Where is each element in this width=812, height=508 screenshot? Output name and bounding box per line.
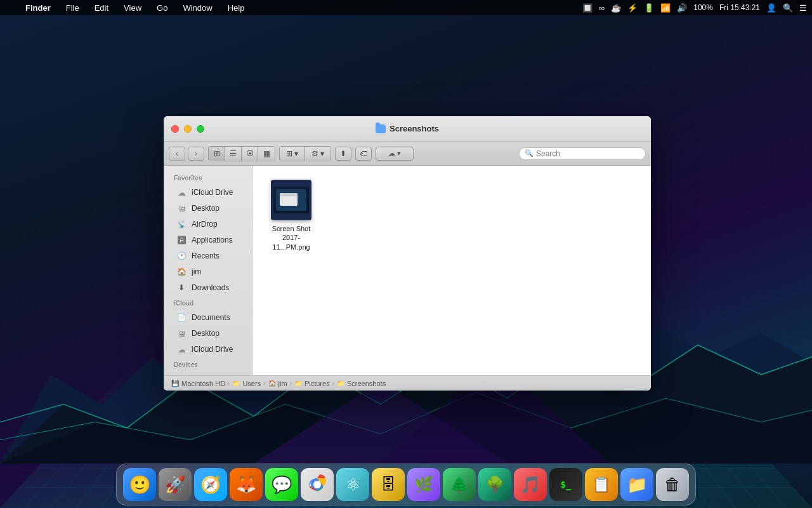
menu-go[interactable]: Go bbox=[154, 3, 170, 13]
menubar: Finder File Edit View Go Window Help 🔲 ∞… bbox=[0, 0, 812, 15]
dock-firefox-icon: 🦊 bbox=[236, 475, 256, 495]
dock-coppice[interactable]: 📋 bbox=[585, 468, 618, 501]
list-view-button[interactable]: ☰ bbox=[225, 147, 242, 161]
sidebar-item-icloud-desktop[interactable]: 🖥 Desktop bbox=[166, 326, 249, 341]
dock-music[interactable]: 🎵 bbox=[514, 468, 547, 501]
dock-atom-icon: ⚛ bbox=[346, 475, 360, 495]
icloud-drive-icon: ☁ bbox=[176, 187, 187, 197]
window-title: Screenshots bbox=[376, 124, 439, 133]
menubar-volume-icon[interactable]: 🔊 bbox=[677, 3, 687, 13]
menu-file[interactable]: File bbox=[63, 3, 82, 13]
menubar-battery-icon[interactable]: 🔋 bbox=[644, 3, 654, 13]
documents-icon: 📄 bbox=[176, 312, 187, 323]
icon-view-button[interactable]: ⊞ bbox=[209, 147, 225, 161]
dock-gitup[interactable]: 🌳 bbox=[478, 468, 511, 501]
gallery-view-button[interactable]: ▦ bbox=[258, 147, 275, 161]
maximize-button[interactable] bbox=[197, 125, 204, 133]
view-buttons: ⊞ ☰ ⦿ ▦ bbox=[208, 146, 275, 161]
breadcrumb-macintosh[interactable]: Macintosh HD bbox=[181, 380, 225, 387]
menubar-battery-percent: 100% bbox=[693, 3, 713, 12]
sidebar-item-jim[interactable]: 🏠 jim bbox=[166, 264, 249, 279]
search-icon: 🔍 bbox=[525, 149, 534, 157]
dock-homebrewcask[interactable]: 🌿 bbox=[407, 468, 440, 501]
back-button[interactable]: ‹ bbox=[169, 147, 185, 161]
title-folder-icon bbox=[376, 124, 386, 133]
menubar-vpn-icon[interactable]: ∞ bbox=[599, 3, 605, 13]
dock-terminal[interactable]: $_ bbox=[549, 468, 582, 501]
sidebar-label-icloud-desktop: Desktop bbox=[192, 329, 219, 338]
dock-gitup-icon: 🌳 bbox=[485, 476, 504, 493]
sort-button[interactable]: ⚙ ▾ bbox=[305, 147, 331, 161]
dock-trash[interactable]: 🗑 bbox=[656, 468, 689, 501]
menubar-user-icon[interactable]: 👤 bbox=[766, 3, 776, 13]
sidebar-item-recents[interactable]: 🕐 Recents bbox=[166, 248, 249, 264]
group-button[interactable]: ⊞ ▾ bbox=[280, 147, 305, 161]
column-view-button[interactable]: ⦿ bbox=[242, 147, 258, 161]
sidebar-item-desktop[interactable]: 🖥 Desktop bbox=[166, 201, 249, 216]
file-item[interactable]: Screen Shot 2017-11...PM.png bbox=[263, 176, 320, 255]
sidebar-label-jim: jim bbox=[192, 267, 201, 276]
menu-edit[interactable]: Edit bbox=[92, 3, 111, 13]
menu-finder[interactable]: Finder bbox=[23, 3, 53, 13]
menubar-bluetooth-icon[interactable]: ⚡ bbox=[627, 3, 638, 13]
dock-launchpad[interactable]: 🚀 bbox=[159, 468, 192, 501]
menubar-coffee-icon[interactable]: ☕ bbox=[611, 3, 621, 13]
window-statusbar: 💾 Macintosh HD › 📁 Users › 🏠 jim › 📁 Pic… bbox=[164, 375, 651, 391]
menubar-extension-icon[interactable]: 🔲 bbox=[582, 3, 593, 13]
menubar-search-icon[interactable]: 🔍 bbox=[783, 3, 793, 13]
close-button[interactable] bbox=[171, 125, 179, 133]
sidebar-item-icloud-docs[interactable]: 📄 Documents bbox=[166, 310, 249, 325]
dock-finder[interactable]: 🙂 bbox=[123, 468, 156, 501]
sidebar-item-airdrop[interactable]: 📡 AirDrop bbox=[166, 217, 249, 232]
minimize-button[interactable] bbox=[184, 125, 192, 133]
dock-safari[interactable]: 🧭 bbox=[194, 468, 227, 501]
dock-safari-icon: 🧭 bbox=[200, 475, 221, 495]
search-bar[interactable]: 🔍 bbox=[519, 147, 646, 160]
file-name: Screen Shot 2017-11...PM.png bbox=[266, 224, 316, 251]
dock-sequel[interactable]: 🗄 bbox=[372, 468, 405, 501]
menubar-notifications-icon[interactable]: ☰ bbox=[799, 3, 807, 13]
sidebar-label-recents: Recents bbox=[192, 251, 219, 260]
sidebar-item-icloud-drive2[interactable]: ☁ iCloud Drive bbox=[166, 342, 249, 357]
sidebar-label-airdrop: AirDrop bbox=[192, 220, 218, 229]
icloud-button[interactable]: ☁ ▾ bbox=[376, 147, 414, 161]
menu-window[interactable]: Window bbox=[180, 3, 214, 13]
thumb-window-bar bbox=[280, 193, 298, 196]
tag-button[interactable]: 🏷 bbox=[355, 147, 372, 161]
dock-homebrewcask-icon: 🌿 bbox=[414, 476, 433, 493]
breadcrumb-users[interactable]: Users bbox=[242, 380, 261, 387]
dock-vico[interactable]: 🌲 bbox=[443, 468, 476, 501]
breadcrumb-screenshots[interactable]: Screenshots bbox=[347, 380, 386, 387]
search-input[interactable] bbox=[536, 149, 640, 158]
breadcrumb-arrow-3: › bbox=[290, 380, 292, 387]
dock-finder2[interactable]: 📁 bbox=[620, 468, 653, 501]
breadcrumb-jim[interactable]: jim bbox=[278, 380, 287, 387]
menubar-wifi-icon[interactable]: 📶 bbox=[660, 3, 671, 13]
airdrop-icon: 📡 bbox=[176, 219, 187, 229]
dock-finder-icon: 🙂 bbox=[129, 474, 151, 495]
share-button[interactable]: ⬆ bbox=[335, 147, 351, 161]
dock-firefox[interactable]: 🦊 bbox=[230, 468, 263, 501]
sidebar-item-icloud-drive[interactable]: ☁ iCloud Drive bbox=[166, 185, 249, 200]
menu-help[interactable]: Help bbox=[225, 3, 247, 13]
dock-chrome[interactable] bbox=[301, 468, 334, 501]
sidebar-item-downloads[interactable]: ⬇ Downloads bbox=[166, 280, 249, 295]
desktop-icon: 🖥 bbox=[176, 203, 187, 213]
dock-messages[interactable]: 💬 bbox=[265, 468, 298, 501]
dock-launchpad-icon: 🚀 bbox=[165, 475, 185, 495]
window-sidebar: Favorites ☁ iCloud Drive 🖥 Desktop 📡 Air… bbox=[164, 166, 252, 375]
recents-icon: 🕐 bbox=[176, 251, 187, 261]
menu-view[interactable]: View bbox=[121, 3, 144, 13]
sidebar-item-applications[interactable]: 🅰 Applications bbox=[166, 232, 249, 248]
traffic-lights bbox=[171, 125, 204, 133]
menubar-clock: Fri 15:43:21 bbox=[719, 3, 760, 12]
dock-atom[interactable]: ⚛ bbox=[336, 468, 369, 501]
sidebar-label-icloud-drive2: iCloud Drive bbox=[192, 345, 233, 354]
thumb-screen bbox=[276, 189, 306, 211]
toolbar-nav: ‹ › bbox=[169, 147, 204, 161]
breadcrumb-pictures[interactable]: Pictures bbox=[304, 380, 330, 387]
sidebar-label-icloud-docs: Documents bbox=[192, 313, 230, 322]
forward-button[interactable]: › bbox=[188, 147, 204, 161]
icloud-icon: ☁ bbox=[388, 149, 395, 157]
sidebar-label-applications: Applications bbox=[192, 236, 233, 244]
